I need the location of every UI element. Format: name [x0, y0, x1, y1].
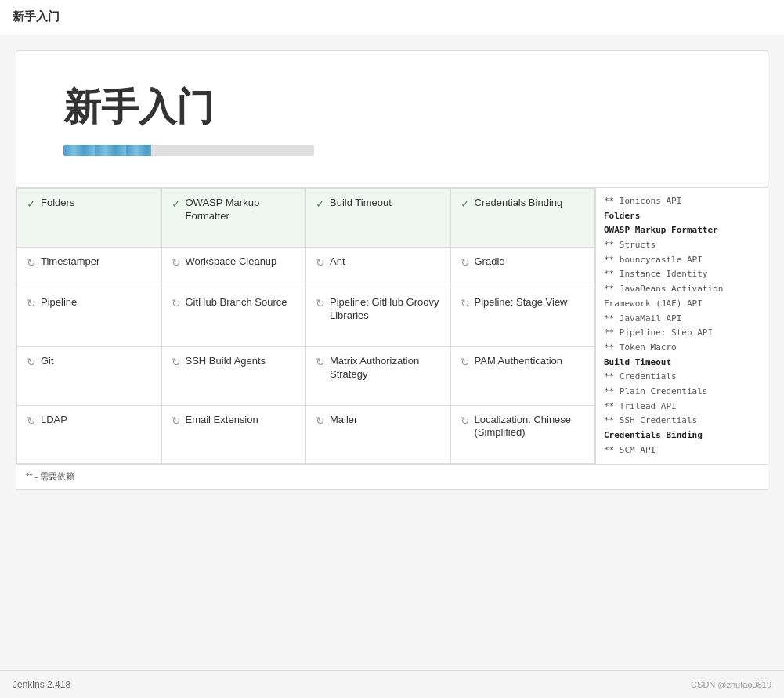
sidebar-line: ** JavaBeans Activation Framework (JAF) …	[604, 282, 760, 311]
progress-bar-container	[63, 145, 314, 156]
topbar: 新手入门	[0, 0, 784, 34]
refresh-icon: ↻	[172, 256, 181, 269]
plugin-name: OWASP Markup Formatter	[186, 197, 297, 223]
plugin-name: Timestamper	[41, 255, 99, 269]
plugin-cell[interactable]: ↻Mailer	[306, 405, 451, 464]
hero-title: 新手入门	[63, 82, 721, 132]
sidebar-line: Credentials Binding	[604, 429, 760, 443]
plugin-cell[interactable]: ↻Pipeline: Stage View	[450, 288, 595, 346]
check-icon: ✓	[461, 197, 470, 210]
plugin-name: Email Extension	[186, 414, 258, 427]
refresh-icon: ↻	[316, 256, 325, 269]
plugin-table: ✓Folders✓OWASP Markup Formatter✓Build Ti…	[16, 188, 595, 464]
refresh-icon: ↻	[461, 356, 470, 368]
check-icon: ✓	[316, 197, 325, 210]
bottom-note: ** - 需要依赖	[16, 465, 768, 490]
sidebar-line: ** Plain Credentials	[604, 385, 760, 400]
refresh-icon: ↻	[316, 356, 325, 368]
plugin-cell[interactable]: ↻PAM Authentication	[450, 346, 595, 405]
sidebar-line: ** bouncycastle API	[604, 253, 760, 268]
plugin-cell[interactable]: ↻LDAP	[17, 405, 162, 464]
plugin-cell[interactable]: ↻Workspace Cleanup	[161, 247, 306, 288]
plugin-cell[interactable]: ✓Credentials Binding	[450, 189, 595, 248]
sidebar-line: ** Ionicons API	[604, 194, 760, 209]
sidebar-line: ** JavaMail API	[604, 312, 760, 327]
refresh-icon: ↻	[172, 356, 181, 368]
sidebar-line: Folders	[604, 209, 760, 224]
refresh-icon: ↻	[172, 414, 181, 427]
refresh-icon: ↻	[316, 297, 325, 309]
refresh-icon: ↻	[27, 297, 36, 309]
plugin-cell[interactable]: ↻Matrix Authorization Strategy	[306, 346, 451, 405]
refresh-icon: ↻	[27, 256, 36, 269]
plugin-cell[interactable]: ↻GitHub Branch Source	[161, 288, 306, 346]
plugin-cell[interactable]: ✓OWASP Markup Formatter	[161, 189, 306, 248]
sidebar-line: Build Timeout	[604, 356, 760, 371]
refresh-icon: ↻	[27, 356, 36, 368]
plugin-name: GitHub Branch Source	[186, 296, 287, 309]
plugin-name: Matrix Authorization Strategy	[330, 355, 441, 382]
plugin-name: Mailer	[330, 414, 357, 427]
check-icon: ✓	[27, 197, 36, 210]
plugin-cell[interactable]: ↻Git	[17, 346, 162, 405]
refresh-icon: ↻	[461, 414, 470, 427]
sidebar-line: ** Credentials	[604, 370, 760, 385]
plugin-name: Pipeline	[41, 296, 77, 309]
plugin-name: Localization: Chinese (Simplified)	[475, 414, 586, 440]
plugin-name: SSH Build Agents	[186, 355, 266, 368]
plugin-name: Credentials Binding	[475, 197, 563, 210]
sidebar-line: ** SCM API	[604, 443, 760, 458]
plugin-name: Workspace Cleanup	[186, 255, 277, 269]
plugin-name: LDAP	[41, 414, 67, 427]
bottom-note-text: ** - 需要依赖	[26, 472, 74, 481]
plugin-name: Pipeline: Stage View	[475, 296, 568, 309]
sidebar-content: ** Ionicons APIFoldersOWASP Markup Forma…	[604, 194, 760, 457]
plugin-cell[interactable]: ↻Timestamper	[17, 247, 162, 288]
refresh-icon: ↻	[461, 256, 470, 269]
sidebar-line: ** Token Macro	[604, 341, 760, 356]
plugin-section: ✓Folders✓OWASP Markup Formatter✓Build Ti…	[16, 188, 768, 465]
plugin-cell[interactable]: ✓Folders	[17, 189, 162, 248]
plugin-name: Build Timeout	[330, 197, 392, 210]
sidebar-line: ** Trilead API	[604, 400, 760, 414]
plugin-cell[interactable]: ↻Localization: Chinese (Simplified)	[450, 405, 595, 464]
plugin-cell[interactable]: ↻Email Extension	[161, 405, 306, 464]
progress-bar-fill	[63, 145, 151, 156]
refresh-icon: ↻	[461, 297, 470, 309]
sidebar-line: ** SSH Credentials	[604, 414, 760, 429]
topbar-title: 新手入门	[13, 9, 60, 24]
plugin-name: Gradle	[475, 255, 505, 269]
plugin-cell[interactable]: ↻Pipeline	[17, 288, 162, 346]
plugin-name: Git	[41, 355, 54, 368]
refresh-icon: ↻	[316, 414, 325, 427]
section-wrapper: 新手入门 ✓Folders✓OWASP Markup Formatter✓Bui…	[16, 50, 768, 490]
plugin-name: Pipeline: GitHub Groovy Libraries	[330, 296, 441, 323]
plugin-cell[interactable]: ↻Pipeline: GitHub Groovy Libraries	[306, 288, 451, 346]
hero-section: 新手入门	[16, 50, 768, 188]
plugin-cell[interactable]: ↻Ant	[306, 247, 451, 288]
sidebar-line: ** Instance Identity	[604, 267, 760, 282]
main-content: 新手入门 ✓Folders✓OWASP Markup Formatter✓Bui…	[0, 34, 784, 584]
check-icon: ✓	[172, 197, 181, 210]
plugin-cell[interactable]: ↻SSH Build Agents	[161, 346, 306, 405]
sidebar-line: ** Pipeline: Step API	[604, 326, 760, 341]
refresh-icon: ↻	[172, 297, 181, 309]
plugin-cell[interactable]: ✓Build Timeout	[306, 189, 451, 248]
sidebar-line: ** Structs	[604, 238, 760, 253]
refresh-icon: ↻	[27, 414, 36, 427]
plugin-name: PAM Authentication	[475, 355, 563, 368]
right-sidebar: ** Ionicons APIFoldersOWASP Markup Forma…	[595, 188, 768, 464]
sidebar-line: OWASP Markup Formatter	[604, 223, 760, 238]
plugin-name: Folders	[41, 197, 74, 210]
plugin-cell[interactable]: ↻Gradle	[450, 247, 595, 288]
plugin-name: Ant	[330, 255, 345, 269]
